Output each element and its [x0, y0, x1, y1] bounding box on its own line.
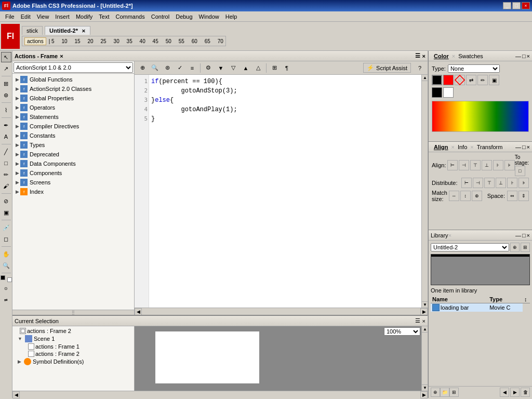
- scroll-right-btn[interactable]: ▶: [420, 308, 428, 315]
- sidebar-item-types[interactable]: ▶ f Types: [14, 140, 133, 150]
- paint-bucket-tool[interactable]: ▣: [489, 75, 499, 85]
- tab-stick[interactable]: stick: [22, 26, 43, 35]
- sidebar-item-global-functions[interactable]: ▶ f Global Functions: [14, 75, 133, 84]
- find-btn[interactable]: 🔍: [149, 63, 161, 73]
- tool-paint-bucket[interactable]: ▣: [1, 207, 11, 218]
- match-both-btn[interactable]: ⊕: [472, 191, 482, 201]
- tab-untitled[interactable]: Untitled-2* ✕: [45, 26, 90, 35]
- library-close[interactable]: ×: [527, 232, 530, 238]
- close-button[interactable]: ×: [522, 2, 530, 9]
- dist-bottom-btn[interactable]: ⊧: [518, 178, 529, 188]
- sidebar-item-global-properties[interactable]: ▶ f Global Properties: [14, 94, 133, 103]
- sel-scroll-right[interactable]: ▶: [420, 391, 428, 398]
- color-gradient-display[interactable]: [432, 101, 529, 132]
- stage-scroll-down[interactable]: ▼: [422, 384, 428, 391]
- align-center-h-btn[interactable]: ⊣: [459, 160, 469, 170]
- tool-color-swap[interactable]: ⇄: [1, 295, 11, 305]
- align-top-btn[interactable]: ⊥: [482, 160, 492, 170]
- tab-swatches[interactable]: Swatches: [455, 52, 486, 60]
- tool-color-default[interactable]: ⊙: [1, 283, 11, 294]
- menu-window[interactable]: Window: [196, 12, 222, 21]
- tree-item-current-frame[interactable]: actions : Frame 2: [14, 327, 133, 335]
- library-col-type[interactable]: Type: [488, 296, 523, 303]
- lib-scroll-left[interactable]: ◀: [500, 388, 509, 397]
- swap-colors-btn[interactable]: ⇄: [466, 75, 476, 85]
- library-props-btn[interactable]: ⊞: [521, 243, 530, 252]
- library-expand[interactable]: □: [522, 232, 526, 238]
- show-hidden-chars-btn[interactable]: ¶: [281, 63, 292, 73]
- help-btn[interactable]: ?: [414, 63, 425, 73]
- actionscript-version-dropdown[interactable]: ActionScript 1.0 & 2.0 ActionScript 3.0: [12, 61, 134, 74]
- tool-text[interactable]: A: [1, 131, 11, 142]
- dist-right-btn[interactable]: ⊤: [484, 178, 495, 188]
- color-panel-close[interactable]: ×: [527, 53, 530, 59]
- tool-transform[interactable]: ⊞: [1, 78, 11, 89]
- sidebar-item-data-components[interactable]: ▶ f Data Components: [14, 159, 133, 168]
- menu-file[interactable]: File: [2, 12, 18, 21]
- stage-scroll-up[interactable]: ▲: [422, 326, 428, 332]
- zoom-control[interactable]: 100% 50% 200%: [384, 327, 420, 336]
- actions-panel-menu-icon[interactable]: ☰: [415, 52, 420, 59]
- menu-debug[interactable]: Debug: [172, 12, 195, 21]
- debug-options-btn[interactable]: ⚙: [203, 63, 214, 73]
- stage-scrollbar-v[interactable]: ▲ ▼: [421, 326, 428, 391]
- tool-hand[interactable]: ✋: [1, 249, 11, 259]
- dist-center-v-btn[interactable]: ⊦: [507, 178, 517, 188]
- color-swatch-black[interactable]: [432, 87, 442, 98]
- sidebar-item-compiler-directives[interactable]: ▶ f Compiler Directives: [14, 122, 133, 131]
- pencil-tool[interactable]: ✏: [477, 75, 488, 85]
- tool-rect[interactable]: □: [1, 158, 11, 168]
- scroll-left-btn[interactable]: ◀: [135, 308, 142, 315]
- sidebar-item-deprecated[interactable]: ▶ f Deprecated: [14, 150, 133, 159]
- fill-color-swatch[interactable]: [7, 277, 12, 282]
- tool-lasso[interactable]: ⌇: [1, 105, 11, 115]
- color-panel-minimize[interactable]: —: [515, 53, 521, 59]
- zoom-select[interactable]: 100% 50% 200%: [384, 327, 420, 336]
- tree-item-frame2[interactable]: actions : Frame 2: [14, 350, 133, 357]
- align-left-btn[interactable]: ⊢: [447, 160, 458, 170]
- library-minimize[interactable]: —: [515, 232, 521, 238]
- tool-line[interactable]: ╱: [1, 147, 11, 157]
- fill-color-tool[interactable]: [443, 75, 454, 85]
- tab-align[interactable]: Align: [431, 143, 451, 151]
- sel-scroll-left[interactable]: ◀: [12, 391, 20, 398]
- check-syntax-btn[interactable]: ✓: [174, 63, 185, 73]
- library-col-name[interactable]: Name: [431, 296, 488, 303]
- selection-scrollbar-h[interactable]: ◀ ▶: [12, 391, 428, 398]
- color-type-select[interactable]: None Solid Linear Radial: [448, 64, 500, 73]
- tool-pen[interactable]: ✒: [1, 120, 11, 130]
- library-file-select[interactable]: Untitled-2: [431, 243, 509, 251]
- color-panel-expand[interactable]: □: [522, 53, 526, 59]
- collapse-btn[interactable]: ▼: [215, 63, 227, 73]
- maximize-button[interactable]: □: [512, 2, 521, 9]
- sidebar-item-components[interactable]: ▶ f Components: [14, 168, 133, 178]
- actionscript-version-select[interactable]: ActionScript 1.0 & 2.0 ActionScript 3.0: [14, 62, 133, 73]
- expand-all-btn[interactable]: △: [252, 63, 264, 73]
- lib-scroll-right[interactable]: ▶: [510, 388, 520, 397]
- align-right-btn[interactable]: ⊤: [470, 160, 481, 170]
- auto-format-btn[interactable]: ≡: [187, 63, 198, 73]
- tool-select[interactable]: ↖: [1, 52, 11, 62]
- menu-view[interactable]: View: [34, 12, 52, 21]
- sidebar-item-operators[interactable]: ▶ f Operators: [14, 103, 133, 112]
- tab-close-icon[interactable]: ✕: [82, 29, 86, 34]
- sidebar-item-constants[interactable]: ▶ f Constants: [14, 131, 133, 140]
- library-new-symbol-btn[interactable]: ⊕: [510, 243, 520, 252]
- code-editor[interactable]: 1 2 3 4 5 if(percent == 100){ gotoAndSto…: [135, 75, 428, 308]
- sidebar-item-statements[interactable]: ▶ f Statements: [14, 112, 133, 122]
- tool-brush[interactable]: 🖌: [1, 181, 11, 191]
- collapse-all-btn[interactable]: ▽: [228, 63, 239, 73]
- minimize-button[interactable]: _: [503, 2, 511, 9]
- selection-panel-menu-icon[interactable]: ☰: [415, 317, 420, 324]
- space-h-btn[interactable]: ⇔: [507, 191, 517, 201]
- selection-panel-close-icon[interactable]: ×: [422, 318, 425, 324]
- menu-control[interactable]: Control: [148, 12, 172, 21]
- library-col-sort[interactable]: ↕: [523, 296, 530, 303]
- to-stage-btn[interactable]: □: [515, 166, 525, 176]
- align-bottom-btn[interactable]: ⊧: [504, 160, 515, 170]
- actions-panel-close-icon[interactable]: ×: [422, 53, 425, 59]
- menu-insert[interactable]: Insert: [52, 12, 73, 21]
- tab-color[interactable]: Color: [431, 52, 452, 60]
- scroll-up-btn[interactable]: ▲: [422, 75, 428, 81]
- add-statement-btn[interactable]: ⊕: [137, 63, 148, 73]
